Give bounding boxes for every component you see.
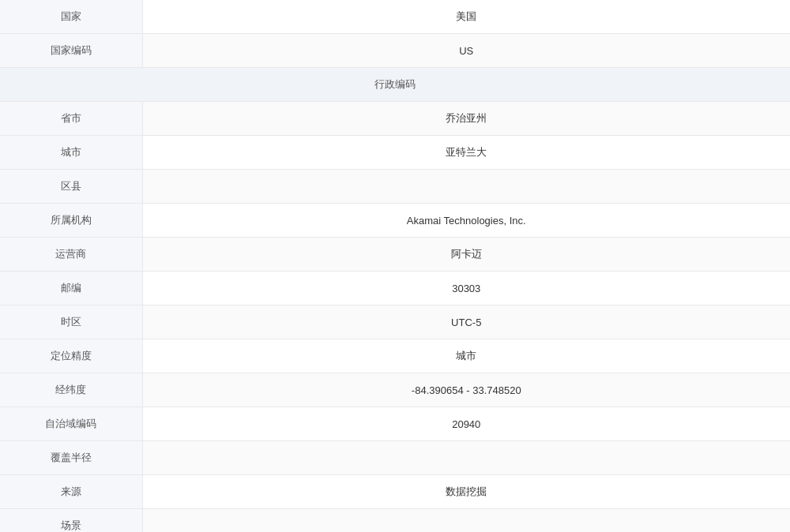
label-cell-7: 运营商: [0, 238, 142, 272]
value-cell-8: 30303: [142, 272, 790, 305]
section-header-2: 行政编码: [0, 68, 790, 102]
label-cell-12: 自治域编码: [0, 407, 142, 441]
value-cell-14: 数据挖掘: [142, 475, 790, 509]
label-cell-14: 来源: [0, 475, 142, 509]
value-cell-0: 美国: [142, 0, 790, 34]
value-cell-1: US: [142, 34, 790, 68]
value-cell-7: 阿卡迈: [142, 238, 790, 272]
value-cell-4: 亚特兰大: [142, 136, 790, 170]
label-cell-11: 经纬度: [0, 373, 142, 407]
label-cell-5: 区县: [0, 170, 142, 204]
value-cell-10: 城市: [142, 339, 790, 373]
label-cell-1: 国家编码: [0, 34, 142, 68]
value-cell-15: [142, 509, 790, 533]
main-container: 国家美国国家编码US行政编码省市乔治亚州城市亚特兰大区县所属机构Akamai T…: [0, 0, 790, 532]
value-cell-12: 20940: [142, 407, 790, 441]
label-cell-15: 场景: [0, 509, 142, 533]
value-cell-11: -84.390654 - 33.748520: [142, 373, 790, 407]
value-cell-9: UTC-5: [142, 305, 790, 339]
label-cell-10: 定位精度: [0, 339, 142, 373]
label-cell-8: 邮编: [0, 272, 142, 305]
value-cell-13: [142, 441, 790, 475]
label-cell-0: 国家: [0, 0, 142, 34]
info-table: 国家美国国家编码US行政编码省市乔治亚州城市亚特兰大区县所属机构Akamai T…: [0, 0, 790, 532]
label-cell-4: 城市: [0, 136, 142, 170]
label-cell-9: 时区: [0, 305, 142, 339]
label-cell-6: 所属机构: [0, 204, 142, 238]
value-cell-5: [142, 170, 790, 204]
value-cell-3: 乔治亚州: [142, 102, 790, 136]
label-cell-13: 覆盖半径: [0, 441, 142, 475]
label-cell-3: 省市: [0, 102, 142, 136]
value-cell-6: Akamai Technologies, Inc.: [142, 204, 790, 238]
